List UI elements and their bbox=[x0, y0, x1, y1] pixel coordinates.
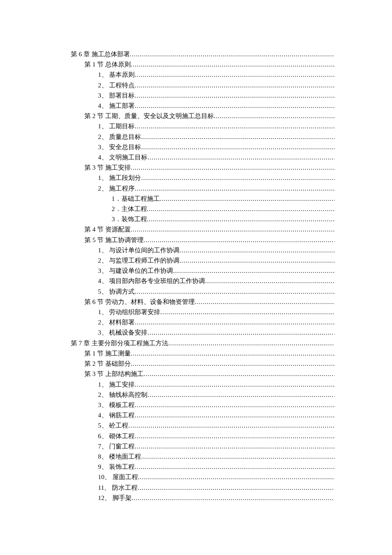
toc-entry: 第 1 节 总体原则 bbox=[71, 59, 334, 69]
toc-entry-label: 2、 轴线标高控制 bbox=[98, 390, 147, 400]
toc-entry-label: 2、 材料部署 bbox=[98, 317, 135, 327]
toc-leader-dots bbox=[135, 90, 334, 101]
toc-entry-label: 第 1 节 总体原则 bbox=[84, 59, 131, 69]
toc-entry-label: 1、 基本原则 bbox=[98, 69, 135, 80]
toc-leader-dots bbox=[179, 245, 334, 255]
toc-entry: 1、 劳动组织部署安排 bbox=[71, 307, 334, 317]
toc-entry-label: 4、 文明施工目标 bbox=[98, 152, 147, 162]
toc-entry: 2、 质量总目标 bbox=[71, 132, 334, 142]
toc-entry: 第 3 节 施工安排 bbox=[71, 162, 334, 173]
toc-entry: 5、 砼工程 bbox=[71, 420, 334, 431]
toc-entry: 4、 文明施工目标 bbox=[71, 152, 334, 162]
toc-entry: 10、 屋面工程 bbox=[71, 472, 334, 482]
toc-entry-label: 第 5 节 施工协调管理 bbox=[84, 235, 144, 245]
toc-leader-dots bbox=[144, 235, 334, 245]
toc-entry: 第 5 节 施工协调管理 bbox=[71, 235, 334, 245]
toc-leader-dots bbox=[135, 80, 334, 90]
toc-entry-label: 1、 工期目标 bbox=[98, 121, 135, 131]
toc-entry: 9、 装饰工程 bbox=[71, 462, 334, 472]
toc-leader-dots bbox=[147, 327, 334, 338]
toc-entry-label: 1、 劳动组织部署安排 bbox=[98, 307, 160, 317]
toc-leader-dots bbox=[147, 204, 335, 214]
toc-entry-label: 3、 模板工程 bbox=[98, 400, 135, 410]
toc-leader-dots bbox=[135, 286, 334, 297]
toc-entry: 第 6 章 施工总体部署 bbox=[71, 49, 334, 59]
toc-leader-dots bbox=[135, 101, 334, 111]
toc-leader-dots bbox=[131, 358, 334, 369]
toc-entry: 3、 机械设备安排 bbox=[71, 327, 334, 338]
toc-entry: 4、 项目部内部各专业班组的工作协调 bbox=[71, 276, 334, 286]
toc-entry-label: 2、 施工程序 bbox=[98, 183, 135, 194]
toc-leader-dots bbox=[131, 162, 334, 173]
toc-leader-dots bbox=[147, 214, 335, 224]
toc-entry-label: 2、 工程特点 bbox=[98, 80, 135, 90]
toc-entry: 2、 材料部署 bbox=[71, 317, 334, 327]
toc-leader-dots bbox=[141, 173, 334, 183]
toc-entry: 5、 协调方式 bbox=[71, 286, 334, 297]
toc-entry: 7、 门窗工程 bbox=[71, 441, 334, 451]
toc-entry: 3．装饰工程 bbox=[71, 214, 334, 224]
toc-leader-dots bbox=[135, 441, 334, 451]
toc-entry-label: 第 2 节 基础部分 bbox=[84, 358, 131, 369]
toc-entry-label: 1、 施工段划分 bbox=[98, 173, 141, 183]
toc-leader-dots bbox=[135, 183, 334, 194]
toc-leader-dots bbox=[168, 338, 334, 348]
toc-entry: 第 1 节 施工测量 bbox=[71, 348, 334, 358]
toc-leader-dots bbox=[128, 420, 334, 431]
toc-entry-label: 7、 门窗工程 bbox=[98, 441, 135, 451]
toc-leader-dots bbox=[160, 307, 334, 317]
toc-leader-dots bbox=[138, 483, 334, 493]
toc-entry: 第 2 节 基础部分 bbox=[71, 358, 334, 369]
toc-entry-label: 第 6 节 劳动力、材料、设备和物资管理 bbox=[84, 297, 195, 307]
toc-entry: 第 3 节 上部结构施工 bbox=[71, 369, 334, 379]
toc-entry-label: 2、 与监理工程师工作的协调 bbox=[98, 255, 179, 266]
toc-entry: 第 6 节 劳动力、材料、设备和物资管理 bbox=[71, 297, 334, 307]
toc-entry-label: 1、 与设计单位间的工作协调 bbox=[98, 245, 179, 255]
toc-entry-label: 第 7 章 主要分部分项工程施工方法 bbox=[71, 338, 168, 348]
toc-leader-dots bbox=[135, 462, 334, 472]
toc-entry: 12、 脚手架 bbox=[71, 493, 334, 503]
toc-entry-label: 3、 机械设备安排 bbox=[98, 327, 147, 338]
toc-entry-label: 第 6 章 施工总体部署 bbox=[71, 49, 130, 59]
toc-entry-label: 8、 楼地面工程 bbox=[98, 451, 141, 462]
toc-leader-dots bbox=[132, 493, 334, 503]
toc-leader-dots bbox=[131, 224, 334, 234]
toc-entry: 1、 施工安排 bbox=[71, 379, 334, 390]
toc-entry: 第 4 节 资源配置 bbox=[71, 224, 334, 234]
toc-entry: 第 2 节 工期、质量、安全以及文明施工总目标 bbox=[71, 111, 334, 121]
toc-entry-label: 2、 质量总目标 bbox=[98, 132, 141, 142]
toc-entry-label: 第 2 节 工期、质量、安全以及文明施工总目标 bbox=[84, 111, 214, 121]
toc-entry-label: 第 4 节 资源配置 bbox=[84, 224, 131, 234]
toc-entry: 1、 与设计单位间的工作协调 bbox=[71, 245, 334, 255]
toc-entry: 3、 部署目标 bbox=[71, 90, 334, 101]
toc-entry-label: 1．基础工程施工 bbox=[112, 194, 160, 204]
toc-leader-dots bbox=[160, 194, 335, 204]
toc-entry-label: 第 3 节 施工安排 bbox=[84, 162, 131, 173]
toc-entry-label: 9、 装饰工程 bbox=[98, 462, 135, 472]
toc-leader-dots bbox=[131, 59, 334, 69]
toc-leader-dots bbox=[205, 276, 334, 286]
toc-entry-label: 3、 安全总目标 bbox=[98, 142, 141, 152]
toc-entry: 8、 楼地面工程 bbox=[71, 451, 334, 462]
toc-leader-dots bbox=[135, 400, 334, 410]
toc-entry-label: 3、 部署目标 bbox=[98, 90, 135, 101]
toc-entry-label: 3．装饰工程 bbox=[112, 214, 147, 224]
toc-leader-dots bbox=[135, 69, 334, 80]
table-of-contents: 第 6 章 施工总体部署第 1 节 总体原则1、 基本原则2、 工程特点3、 部… bbox=[71, 49, 334, 503]
toc-entry-label: 12、 脚手架 bbox=[98, 493, 132, 503]
toc-leader-dots bbox=[173, 266, 334, 276]
toc-entry-label: 3、 与建设单位的工作协调 bbox=[98, 266, 173, 276]
toc-leader-dots bbox=[179, 255, 334, 266]
toc-entry: 3、 安全总目标 bbox=[71, 142, 334, 152]
toc-entry: 3、 与建设单位的工作协调 bbox=[71, 266, 334, 276]
toc-leader-dots bbox=[135, 317, 334, 327]
toc-entry-label: 10、 屋面工程 bbox=[98, 472, 138, 482]
toc-entry: 2、 施工程序 bbox=[71, 183, 334, 194]
toc-leader-dots bbox=[144, 369, 334, 379]
toc-entry-label: 5、 协调方式 bbox=[98, 286, 135, 297]
toc-leader-dots bbox=[141, 451, 334, 462]
toc-entry-label: 2．主体工程 bbox=[112, 204, 147, 214]
toc-leader-dots bbox=[195, 297, 334, 307]
toc-entry-label: 第 1 节 施工测量 bbox=[84, 348, 131, 358]
toc-leader-dots bbox=[147, 152, 334, 162]
